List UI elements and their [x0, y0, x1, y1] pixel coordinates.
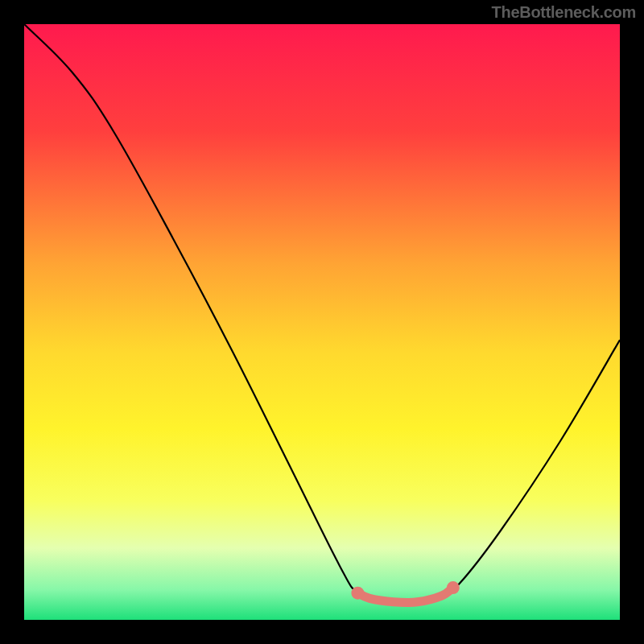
svg-point-1: [447, 581, 460, 594]
attribution-text: TheBottleneck.com: [492, 3, 636, 22]
svg-point-0: [351, 587, 364, 600]
bottleneck-chart: [24, 24, 620, 620]
